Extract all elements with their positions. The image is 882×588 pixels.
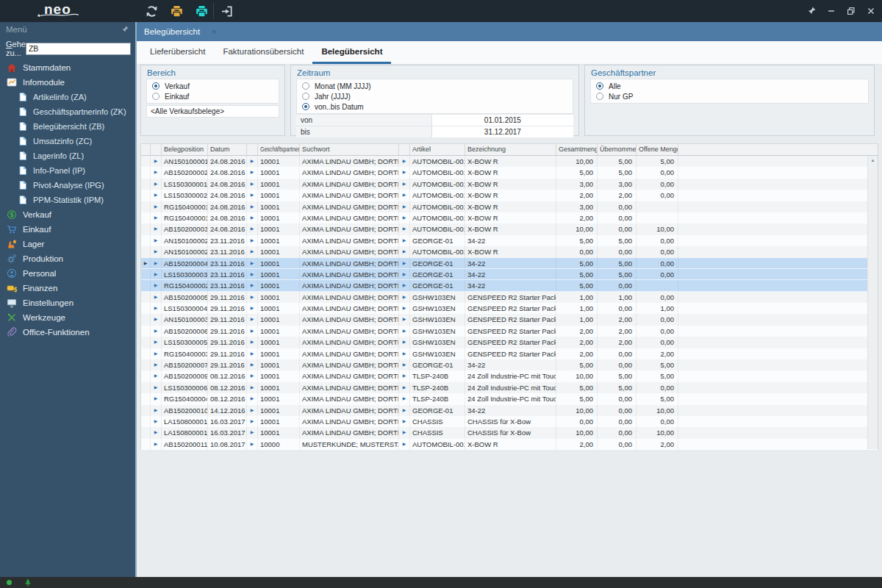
gp-link-arrow-icon[interactable]: ▶: [247, 427, 258, 438]
table-row[interactable]: ▶AB150200007.1029.11.2016▶10001AXIMA LIN…: [141, 359, 878, 370]
refresh-button[interactable]: [143, 2, 160, 20]
artikel-link-arrow-icon[interactable]: ▶: [399, 303, 410, 314]
artikel-link-arrow-icon[interactable]: ▶: [399, 212, 410, 223]
radio-alle[interactable]: Alle: [591, 81, 868, 91]
expand-arrow-icon[interactable]: ▶: [151, 190, 162, 201]
artikel-link-arrow-icon[interactable]: ▶: [399, 348, 410, 359]
document-tab-beleguebersicht[interactable]: Belegübersicht ×: [137, 22, 224, 41]
logout-button[interactable]: [218, 2, 235, 20]
table-row[interactable]: ▶AB150200002.1024.08.2016▶10001AXIMA LIN…: [141, 167, 878, 178]
vertical-scrollbar[interactable]: ▲: [867, 156, 878, 449]
sidebar-item-office-funktionen[interactable]: Office-Funktionen: [0, 325, 135, 340]
expand-arrow-icon[interactable]: ▶: [151, 292, 162, 303]
expand-arrow-icon[interactable]: ▶: [151, 156, 162, 167]
radio-nur-gp[interactable]: Nur GP: [591, 91, 868, 101]
sidebar-item-lager[interactable]: Lager: [0, 237, 135, 251]
von-date-field[interactable]: 01.01.2015: [432, 115, 573, 126]
sidebar-subitem-lagerinfo-zl[interactable]: Lagerinfo (ZL): [0, 148, 135, 163]
artikel-link-arrow-icon[interactable]: ▶: [399, 314, 410, 325]
table-row[interactable]: ▶LS150300002.1024.08.2016▶10001AXIMA LIN…: [141, 190, 878, 201]
table-row[interactable]: ▶▶AB150200004.1023.11.2016▶10001AXIMA LI…: [141, 258, 878, 269]
header-geschaeftspartner[interactable]: Geschäftspartner: [258, 144, 300, 155]
gp-link-arrow-icon[interactable]: ▶: [247, 246, 258, 257]
gp-link-arrow-icon[interactable]: ▶: [247, 292, 258, 303]
radio-von-bis-datum[interactable]: von..bis Datum: [297, 101, 573, 112]
gp-link-arrow-icon[interactable]: ▶: [247, 326, 258, 337]
sidebar-subitem-umsatzinfo-zc[interactable]: Umsatzinfo (ZC): [0, 134, 135, 148]
gp-link-arrow-icon[interactable]: ▶: [247, 405, 258, 416]
table-row[interactable]: ▶LA150800001.016.03.2017▶10001AXIMA LIND…: [141, 416, 878, 427]
artikel-link-arrow-icon[interactable]: ▶: [399, 167, 410, 178]
expand-arrow-icon[interactable]: ▶: [151, 314, 162, 325]
header-suchwort[interactable]: Suchwort: [300, 144, 399, 155]
gp-link-arrow-icon[interactable]: ▶: [247, 212, 258, 223]
radio-button-icon[interactable]: [302, 93, 309, 100]
expand-arrow-icon[interactable]: ▶: [151, 223, 162, 234]
header-bezeichnung[interactable]: Bezeichnung: [465, 144, 556, 155]
artikel-link-arrow-icon[interactable]: ▶: [399, 359, 410, 370]
table-row[interactable]: ▶RG150400002.1023.11.2016▶10001AXIMA LIN…: [141, 280, 878, 291]
sidebar-subitem-pivot-analyse-ipg[interactable]: Pivot-Analyse (IPG): [0, 178, 135, 193]
table-row[interactable]: ▶LA150800001.1016.03.2017▶10001AXIMA LIN…: [141, 427, 878, 438]
expand-arrow-icon[interactable]: ▶: [151, 359, 162, 370]
table-row[interactable]: ▶RG150400004.1008.12.2016▶10001AXIMA LIN…: [141, 393, 878, 404]
gp-link-arrow-icon[interactable]: ▶: [247, 303, 258, 314]
gp-link-arrow-icon[interactable]: ▶: [247, 156, 258, 167]
gp-link-arrow-icon[interactable]: ▶: [247, 382, 258, 393]
table-row[interactable]: ▶AB150200003.1024.08.2016▶10001AXIMA LIN…: [141, 223, 878, 234]
expand-arrow-icon[interactable]: ▶: [151, 337, 162, 348]
sidebar-subitem-gesch-ftspartnerinfo-zk[interactable]: Geschäftspartnerinfo (ZK): [0, 104, 135, 119]
artikel-link-arrow-icon[interactable]: ▶: [399, 156, 410, 167]
gp-link-arrow-icon[interactable]: ▶: [247, 393, 258, 404]
gp-link-arrow-icon[interactable]: ▶: [247, 359, 258, 370]
expand-arrow-icon[interactable]: ▶: [151, 370, 162, 381]
table-row[interactable]: ▶RG150400001.1024.08.2016▶10001AXIMA LIN…: [141, 201, 878, 212]
artikel-link-arrow-icon[interactable]: ▶: [399, 439, 410, 450]
sidebar-subitem-info-panel-ip[interactable]: Info-Panel (IP): [0, 163, 135, 178]
gp-link-arrow-icon[interactable]: ▶: [247, 337, 258, 348]
artikel-link-arrow-icon[interactable]: ▶: [399, 337, 410, 348]
table-row[interactable]: ▶AB150200011.1010.08.2017▶10000MUSTERKUN…: [141, 439, 878, 450]
pin-icon[interactable]: [805, 4, 818, 18]
print-button[interactable]: [168, 2, 185, 20]
artikel-link-arrow-icon[interactable]: ▶: [399, 246, 410, 257]
gp-link-arrow-icon[interactable]: ▶: [247, 223, 258, 234]
restore-button[interactable]: [845, 4, 858, 18]
artikel-link-arrow-icon[interactable]: ▶: [399, 235, 410, 246]
radio-button-icon[interactable]: [152, 93, 159, 100]
table-row[interactable]: ▶LS150300003.1023.11.2016▶10001AXIMA LIN…: [141, 269, 878, 280]
expand-arrow-icon[interactable]: ▶: [151, 201, 162, 212]
scroll-up-icon[interactable]: ▲: [868, 156, 878, 162]
expand-arrow-icon[interactable]: ▶: [151, 167, 162, 178]
expand-arrow-icon[interactable]: ▶: [151, 246, 162, 257]
artikel-link-arrow-icon[interactable]: ▶: [399, 179, 410, 190]
print-preview-button[interactable]: [193, 2, 210, 20]
gp-link-arrow-icon[interactable]: ▶: [247, 416, 258, 427]
expand-arrow-icon[interactable]: ▶: [151, 427, 162, 438]
expand-arrow-icon[interactable]: ▶: [151, 416, 162, 427]
artikel-link-arrow-icon[interactable]: ▶: [399, 405, 410, 416]
expand-arrow-icon[interactable]: ▶: [151, 382, 162, 393]
gp-link-arrow-icon[interactable]: ▶: [247, 235, 258, 246]
gp-link-arrow-icon[interactable]: ▶: [247, 179, 258, 190]
table-row[interactable]: ▶AB150200010.1014.12.2016▶10001AXIMA LIN…: [141, 405, 878, 416]
bis-date-field[interactable]: 31.12.2017: [432, 126, 573, 137]
table-row[interactable]: ▶RG150400003.1029.11.2016▶10001AXIMA LIN…: [141, 348, 878, 359]
header-uebernommen[interactable]: Übernommen: [598, 144, 637, 155]
sidebar-item-personal[interactable]: Personal: [0, 266, 135, 281]
radio-button-icon[interactable]: [152, 82, 159, 90]
table-row[interactable]: ▶AB150200006.1029.11.2016▶10001AXIMA LIN…: [141, 326, 878, 337]
gp-link-arrow-icon[interactable]: ▶: [247, 190, 258, 201]
sidebar-subitem-beleg-bersicht-zb[interactable]: Belegübersicht (ZB): [0, 119, 135, 134]
radio-jahr-jjjj[interactable]: Jahr (JJJJ): [297, 91, 573, 101]
expand-arrow-icon[interactable]: ▶: [151, 258, 162, 268]
table-row[interactable]: ▶LS150300006.1008.12.2016▶10001AXIMA LIN…: [141, 382, 878, 393]
artikel-link-arrow-icon[interactable]: ▶: [399, 382, 410, 393]
artikel-link-arrow-icon[interactable]: ▶: [399, 416, 410, 427]
header-offene-menge[interactable]: Offene Menge: [637, 144, 678, 155]
table-row[interactable]: ▶LS150300001.1024.08.2016▶10001AXIMA LIN…: [141, 179, 878, 190]
sidebar-item-verkauf[interactable]: $Verkauf: [0, 207, 135, 222]
sidebar-item-finanzen[interactable]: $Finanzen: [0, 281, 135, 295]
radio-monat-mm-jjjj[interactable]: Monat (MM JJJJ): [297, 81, 573, 91]
sidebar-item-stammdaten[interactable]: Stammdaten: [0, 60, 135, 75]
